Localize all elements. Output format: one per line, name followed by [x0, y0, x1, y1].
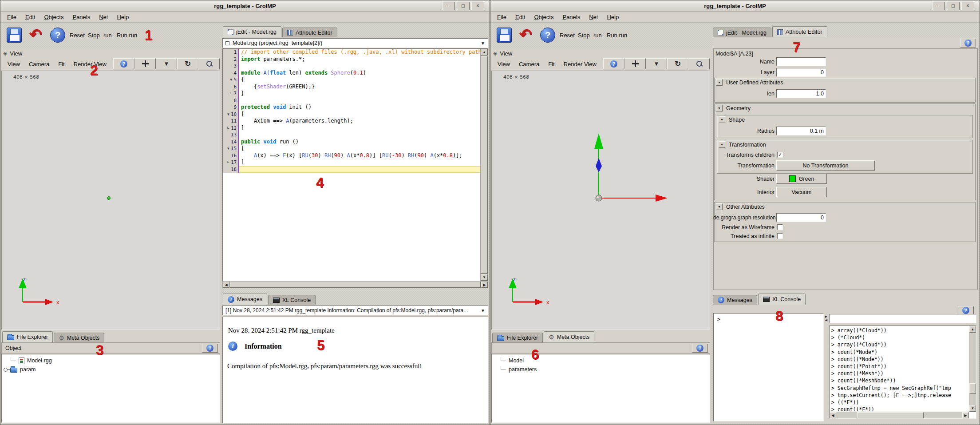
explorer-column-header[interactable]: ?	[491, 342, 710, 354]
move-down-button[interactable]: ▼	[646, 58, 667, 69]
pan-button[interactable]	[624, 58, 646, 69]
reset-button[interactable]: Reset	[560, 32, 575, 39]
scroll-up-icon[interactable]: ▲	[969, 326, 976, 333]
maximize-button[interactable]: □	[947, 2, 960, 10]
code-line[interactable]: ▼15[	[223, 145, 480, 152]
tab-xl-console[interactable]: XL Console	[268, 295, 316, 305]
code-line[interactable]: 4module A(float len) extends Sphere(0.1)	[223, 70, 480, 77]
history-item[interactable]: > (*Cloud*)	[831, 334, 968, 341]
3d-view-canvas[interactable]: 408 × 568 z x	[1, 71, 220, 330]
help-button[interactable]: ?	[692, 344, 708, 353]
shader-button[interactable]: Green	[776, 174, 827, 184]
menu-help[interactable]: Help	[112, 12, 133, 22]
scroll-left-icon[interactable]: ◀	[223, 282, 229, 288]
code-line[interactable]: ▼10[	[223, 111, 480, 118]
code-line[interactable]: 3	[223, 63, 480, 70]
maximize-button[interactable]: □	[457, 2, 470, 10]
fold-marker-icon[interactable]: ▼	[226, 145, 230, 152]
collapse-icon[interactable]: ▼	[719, 116, 725, 123]
history-item[interactable]: > array((*Cloud*))	[831, 327, 968, 334]
tab-attribute-editor[interactable]: Attribute Editor	[282, 28, 337, 37]
rotate-button[interactable]: ↻	[667, 58, 688, 69]
view-menu-fit[interactable]: Fit	[54, 60, 69, 68]
view-menu-view[interactable]: View	[3, 60, 24, 68]
splitter[interactable]: ▶ ◀	[824, 313, 829, 421]
run-button[interactable]: run	[103, 32, 112, 39]
tree-item-parameters[interactable]: parameters	[492, 365, 710, 374]
menu-panels[interactable]: Panels	[68, 12, 95, 22]
menu-net[interactable]: Net	[95, 12, 112, 22]
scrollbar-thumb[interactable]	[230, 282, 481, 288]
close-button[interactable]: ×	[471, 2, 484, 10]
wireframe-checkbox[interactable]	[777, 224, 783, 230]
history-item[interactable]: > count((*Node*))	[831, 356, 968, 363]
code-line[interactable]: 14public void run ()	[223, 139, 480, 146]
code-line[interactable]: 2import parameters.*;	[223, 56, 480, 63]
history-item[interactable]: > count((*Point*))	[831, 363, 968, 370]
view-help-button[interactable]: ?	[603, 58, 624, 69]
history-item[interactable]: > array((*Cloud*))	[831, 341, 968, 348]
transforms-children-checkbox[interactable]: ✓	[777, 152, 783, 158]
sphere-object[interactable]	[107, 196, 111, 200]
close-button[interactable]: ×	[961, 2, 974, 10]
menu-edit[interactable]: Edit	[511, 12, 530, 22]
zoom-button[interactable]	[688, 58, 710, 69]
history-horizontal-scrollbar[interactable]: ◀ ▶	[830, 412, 969, 418]
transformation-button[interactable]: No Transformation	[776, 160, 875, 171]
scroll-up-icon[interactable]: ▲	[481, 49, 488, 56]
interior-button[interactable]: Vacuum	[776, 187, 827, 197]
rotate-button[interactable]: ↻	[177, 58, 198, 69]
fold-marker-icon[interactable]: ▼	[229, 76, 233, 83]
menu-panels[interactable]: Panels	[558, 12, 585, 22]
xl-console-output[interactable]: >	[713, 313, 824, 421]
tree-item-model[interactable]: Model	[492, 356, 710, 365]
view-menu-view[interactable]: View	[493, 60, 514, 68]
history-item[interactable]: > ((*F*))	[831, 399, 968, 406]
tab-xl-console[interactable]: XL Console	[758, 294, 806, 305]
scroll-right-icon[interactable]: ▶	[962, 412, 969, 418]
code-line[interactable]: ∟17]	[223, 159, 480, 166]
code-line[interactable]: 16 A(x) ==> F(x) [RU(30) RH(90) A(x*0.8)…	[223, 152, 480, 159]
scroll-down-icon[interactable]: ▼	[969, 405, 976, 412]
resolution-field[interactable]	[776, 213, 826, 222]
tab-file-explorer[interactable]: File Explorer	[492, 333, 543, 342]
menu-help[interactable]: Help	[602, 12, 623, 22]
expander-icon[interactable]	[4, 368, 8, 372]
xl-history-input[interactable]	[829, 314, 976, 323]
editor-vertical-scrollbar[interactable]: ▲ ▼	[480, 49, 488, 281]
name-field[interactable]	[776, 57, 826, 66]
scroll-left-icon[interactable]: ◀	[830, 412, 836, 418]
tab-meta-objects[interactable]: ⚙ Meta Objects	[544, 331, 594, 342]
tree-item-param[interactable]: param	[2, 365, 220, 374]
history-item[interactable]: > SecGraphReftmp = new SecGraphRef("tmp	[831, 385, 968, 392]
reset-button[interactable]: Reset	[70, 32, 85, 39]
tab-attribute-editor[interactable]: Attribute Editor	[772, 26, 827, 37]
help-icon[interactable]: ?	[50, 28, 65, 43]
menu-file[interactable]: File	[493, 12, 511, 22]
code-line[interactable]: 11 Axiom ==> A(parameters.length);	[223, 118, 480, 125]
fold-marker-icon[interactable]: ∟	[229, 90, 233, 97]
editor-horizontal-scrollbar[interactable]: ◀ ▶	[222, 281, 488, 288]
tab-meta-objects[interactable]: ⚙ Meta Objects	[54, 333, 104, 342]
scrollbar-thumb[interactable]	[857, 412, 924, 418]
scroll-down-icon[interactable]: ▼	[481, 274, 488, 281]
view-menu-camera[interactable]: Camera	[24, 60, 54, 68]
fold-marker-icon[interactable]: ∟	[226, 125, 230, 132]
fold-marker-icon[interactable]: ▼	[226, 111, 230, 118]
minimize-button[interactable]: –	[932, 2, 945, 10]
infinite-checkbox[interactable]	[777, 233, 783, 239]
layer-field[interactable]	[776, 68, 826, 77]
code-line[interactable]: 13	[223, 131, 480, 139]
code-line[interactable]: ∟7}	[223, 90, 480, 97]
help-button[interactable]: ?	[960, 39, 976, 48]
history-item[interactable]: > tmp.setCurrent(); [F ==>;]tmp.release	[831, 392, 968, 399]
collapse-icon[interactable]: ▼	[716, 203, 723, 210]
tab-messages[interactable]: i Messages	[223, 294, 267, 305]
menu-objects[interactable]: Objects	[40, 12, 68, 22]
len-field[interactable]	[776, 89, 826, 98]
titlebar[interactable]: rgg_template - GroIMP – □ ×	[490, 0, 980, 12]
code-editor[interactable]: 1// import other compiled files (.rgg, .…	[222, 48, 488, 281]
tab-jedit[interactable]: jEdit - Model.rgg	[713, 28, 771, 37]
history-vertical-scrollbar[interactable]: ▲ ▼	[969, 326, 976, 412]
code-line[interactable]: 9protected void init ()	[223, 104, 480, 111]
